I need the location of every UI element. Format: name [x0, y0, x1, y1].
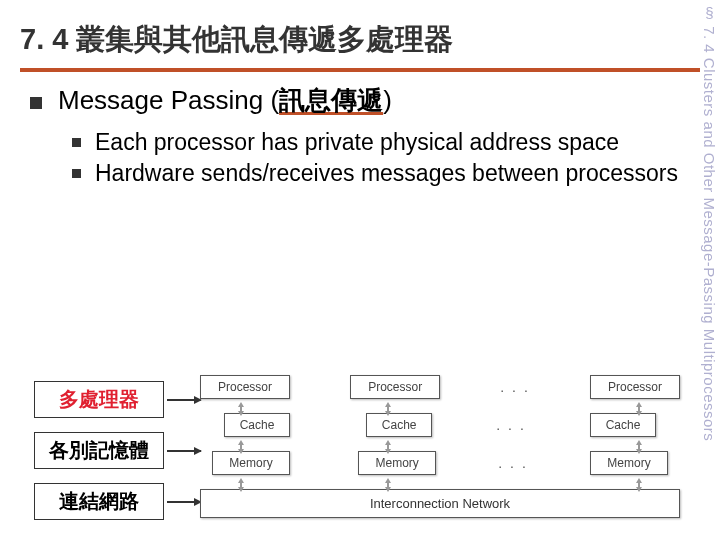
square-bullet-icon: [72, 169, 81, 178]
slide-title: 7. 4 叢集與其他訊息傳遞多處理器: [20, 20, 700, 60]
label-multiprocessor: 多處理器: [34, 381, 164, 418]
title-bar: 7. 4 叢集與其他訊息傳遞多處理器: [20, 20, 700, 72]
memory-box: Memory: [590, 451, 668, 475]
heading-base: Message Passing: [58, 85, 270, 115]
connector-line-icon: [638, 405, 640, 413]
yellow-labels: 多處理器 各別記憶體 連結網路: [34, 381, 164, 520]
ellipsis-icon: . . .: [500, 379, 529, 395]
square-bullet-icon: [30, 97, 42, 109]
architecture-diagram: Processor Processor . . . Processor Cach…: [200, 375, 680, 518]
interconnect-box: Interconnection Network: [200, 489, 680, 518]
heading-paren-close: ): [383, 85, 392, 115]
memory-row: Memory Memory . . . Memory: [200, 451, 680, 475]
cache-box: Cache: [590, 413, 656, 437]
connector-line-icon: [240, 481, 242, 489]
cache-box: Cache: [224, 413, 290, 437]
connector-line-icon: [387, 481, 389, 489]
bullet-text: Hardware sends/receives messages between…: [95, 159, 678, 188]
processor-box: Processor: [350, 375, 440, 399]
heading-row: Message Passing (訊息傳遞): [30, 85, 690, 116]
slide: § 7. 4 Clusters and Other Message-Passin…: [0, 0, 720, 540]
connector-line-icon: [240, 443, 242, 451]
processor-box: Processor: [590, 375, 680, 399]
connector-row: [200, 405, 680, 413]
memory-box: Memory: [212, 451, 290, 475]
connector-line-icon: [387, 405, 389, 413]
heading-text: Message Passing (訊息傳遞): [58, 85, 392, 116]
connector-line-icon: [240, 405, 242, 413]
heading-paren-open: (: [270, 85, 279, 115]
section-sidebar: § 7. 4 Clusters and Other Message-Passin…: [701, 4, 718, 441]
square-bullet-icon: [72, 138, 81, 147]
connector-row: [200, 443, 680, 451]
cache-box: Cache: [366, 413, 432, 437]
content-area: Message Passing (訊息傳遞) Each processor ha…: [30, 85, 690, 190]
connector-line-icon: [387, 443, 389, 451]
label-text: 連結網路: [59, 490, 139, 512]
cache-row: Cache Cache . . . Cache: [200, 413, 680, 437]
ellipsis-icon: . . .: [498, 455, 527, 471]
label-network: 連結網路: [34, 483, 164, 520]
label-text: 多處理器: [59, 388, 139, 410]
label-text: 各別記憶體: [49, 439, 149, 461]
bullet-text: Each processor has private physical addr…: [95, 128, 619, 157]
connector-line-icon: [638, 481, 640, 489]
heading-underlined: 訊息傳遞: [279, 85, 383, 115]
bullet-item: Each processor has private physical addr…: [72, 128, 690, 157]
processor-row: Processor Processor . . . Processor: [200, 375, 680, 399]
arrow-icon: [167, 450, 201, 452]
connector-row: [200, 481, 680, 489]
bullet-item: Hardware sends/receives messages between…: [72, 159, 690, 188]
ellipsis-icon: . . .: [496, 417, 525, 433]
processor-box: Processor: [200, 375, 290, 399]
label-memory: 各別記憶體: [34, 432, 164, 469]
memory-box: Memory: [358, 451, 436, 475]
connector-line-icon: [638, 443, 640, 451]
arrow-icon: [167, 501, 201, 503]
arrow-icon: [167, 399, 201, 401]
